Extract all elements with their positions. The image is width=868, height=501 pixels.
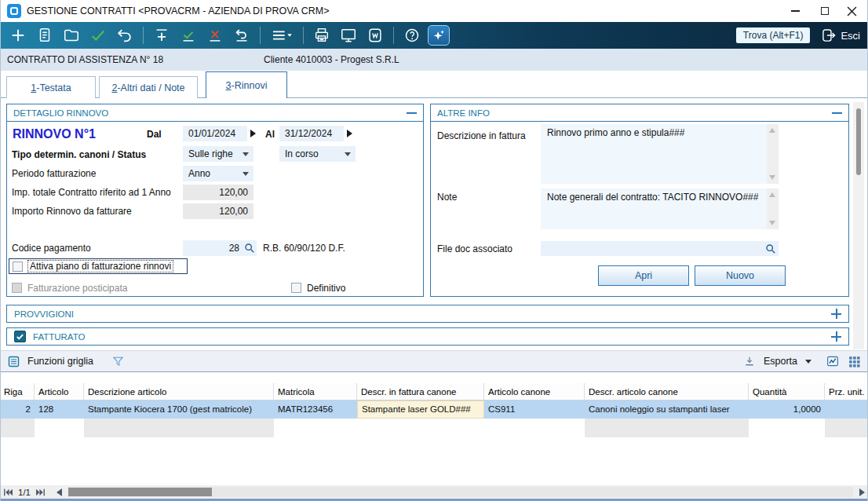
cell-descrizione[interactable]: Stampante Kiocera 1700 (gest matricole): [84, 400, 274, 419]
cell-descr-fattura[interactable]: [357, 419, 484, 437]
download-icon[interactable]: [743, 355, 756, 368]
save-button[interactable]: [86, 24, 110, 46]
close-button[interactable]: [838, 0, 865, 22]
funzioni-griglia-label[interactable]: Funzioni griglia: [27, 356, 93, 367]
fatturato-checkbox[interactable]: [14, 331, 26, 342]
scrollbar-thumb[interactable]: [68, 488, 212, 496]
cell-riga[interactable]: 2: [0, 400, 35, 419]
tipo-canoni-select[interactable]: Sulle righe: [183, 146, 253, 162]
expand-icon[interactable]: [831, 309, 841, 319]
search-icon[interactable]: [244, 243, 255, 254]
collapse-icon[interactable]: [407, 112, 417, 114]
exit-button[interactable]: Esci: [821, 27, 860, 43]
periodo-select[interactable]: Anno: [183, 166, 253, 181]
word-export-button[interactable]: [363, 24, 387, 46]
column-header[interactable]: Quantità: [749, 383, 825, 400]
scrollbar-thumb[interactable]: [856, 108, 861, 175]
scroll-down-icon[interactable]: [769, 175, 775, 180]
cell-articolo-canone[interactable]: CS911: [484, 400, 585, 419]
apri-button[interactable]: Apri: [598, 265, 689, 286]
column-header[interactable]: Articolo canone: [484, 383, 585, 400]
date-from-picker-icon[interactable]: [250, 130, 256, 137]
scroll-left-icon[interactable]: [57, 488, 62, 496]
search-icon[interactable]: [765, 243, 776, 254]
expand-icon[interactable]: [831, 331, 841, 342]
maximize-button[interactable]: [811, 0, 838, 22]
find-shortcut-hint[interactable]: Trova (Alt+F1): [736, 27, 811, 43]
copy-document-button[interactable]: [33, 24, 57, 46]
textarea-scrollbar[interactable]: [767, 124, 779, 184]
cell-descrizione[interactable]: [84, 419, 274, 437]
scroll-up-icon[interactable]: [769, 128, 775, 133]
grid-functions-icon[interactable]: [7, 355, 20, 368]
column-header[interactable]: Riga: [0, 383, 35, 400]
horizontal-scrollbar[interactable]: [68, 487, 853, 497]
first-page-icon[interactable]: [3, 488, 13, 497]
column-header[interactable]: Descr. articolo canone: [585, 383, 749, 400]
chart-icon[interactable]: [826, 354, 840, 368]
scroll-down-icon[interactable]: [769, 221, 775, 225]
cell-descr-canone[interactable]: Canoni noleggio su stampanti laser: [585, 400, 749, 419]
row-add-button[interactable]: [150, 24, 173, 46]
cell-articolo-canone[interactable]: [484, 419, 585, 437]
scroll-right-icon[interactable]: [859, 488, 865, 496]
menu-button[interactable]: [267, 24, 297, 46]
ai-assistant-button[interactable]: [427, 24, 450, 46]
status-select[interactable]: In corso: [279, 146, 356, 162]
scroll-up-icon[interactable]: [769, 192, 775, 197]
descrizione-fattura-textarea[interactable]: Rinnovo primo anno e stipula###: [541, 124, 779, 184]
cell-descr-canone[interactable]: [585, 419, 749, 437]
grid-squares-icon[interactable]: [848, 355, 861, 368]
attiva-piano-label[interactable]: Attiva piano di fatturazione rinnovi: [28, 261, 173, 272]
section-title: FATTURATO: [33, 332, 85, 342]
definitivo-checkbox[interactable]: [291, 283, 301, 293]
open-folder-button[interactable]: [60, 24, 83, 46]
table-row[interactable]: 2 128 Stampante Kiocera 1700 (gest matri…: [0, 400, 868, 419]
cell-quantita[interactable]: 1,0000: [749, 400, 825, 419]
content-scrollbar[interactable]: [853, 102, 864, 349]
cell-matricola[interactable]: [274, 419, 357, 437]
section-provvigioni[interactable]: PROVVIGIONI: [6, 305, 849, 323]
collapse-icon[interactable]: [832, 112, 842, 114]
tab-rinnovi[interactable]: 3 - Rinnovi: [206, 71, 287, 98]
cell-prz-unit[interactable]: [825, 419, 868, 437]
cell-articolo[interactable]: [35, 419, 84, 437]
cell-matricola[interactable]: MATR123456: [274, 400, 357, 419]
print-button[interactable]: [310, 24, 334, 46]
file-doc-field[interactable]: [541, 241, 779, 256]
cell-riga[interactable]: [0, 419, 35, 437]
note-textarea[interactable]: Note generali del contratto: TACITO RINN…: [541, 188, 779, 229]
cell-quantita[interactable]: [749, 419, 825, 437]
chevron-down-icon[interactable]: [805, 360, 811, 364]
date-to-picker-icon[interactable]: [347, 130, 352, 137]
textarea-scrollbar[interactable]: [767, 188, 779, 229]
new-record-button[interactable]: [6, 24, 30, 46]
date-to-field[interactable]: 31/12/2024: [279, 126, 344, 141]
tab-testata[interactable]: 1 - Testata: [6, 76, 96, 98]
row-confirm-button[interactable]: [177, 24, 200, 46]
column-header[interactable]: Articolo: [35, 383, 84, 400]
table-row-empty[interactable]: [0, 419, 868, 437]
nuovo-button[interactable]: Nuovo: [695, 265, 786, 286]
esporta-label[interactable]: Esporta: [764, 356, 797, 367]
cell-articolo[interactable]: 128: [35, 400, 84, 419]
undo-button[interactable]: [113, 24, 137, 46]
column-header[interactable]: Prz. unit.: [825, 383, 868, 400]
help-button[interactable]: [400, 24, 424, 46]
tab-altri-dati-note[interactable]: 2 - Altri dati / Note: [99, 76, 198, 98]
check-icon: [89, 27, 107, 44]
cell-prz-unit[interactable]: [825, 400, 868, 419]
column-header[interactable]: Descrizione articolo: [84, 383, 274, 400]
row-delete-button[interactable]: [203, 24, 227, 46]
attiva-piano-checkbox[interactable]: [13, 261, 23, 272]
cell-descr-fattura[interactable]: Stampante laser GOLD###: [357, 400, 484, 419]
filter-funnel-icon[interactable]: [111, 355, 125, 368]
minimize-button[interactable]: [782, 0, 808, 22]
section-fatturato[interactable]: FATTURATO: [6, 327, 849, 346]
last-page-icon[interactable]: [35, 488, 46, 497]
column-header[interactable]: Matricola: [274, 383, 357, 400]
preview-button[interactable]: [337, 24, 360, 46]
row-undo-button[interactable]: [230, 24, 253, 46]
column-header[interactable]: Descr. in fattura canone: [357, 383, 484, 400]
date-from-field[interactable]: 01/01/2024: [183, 126, 247, 141]
